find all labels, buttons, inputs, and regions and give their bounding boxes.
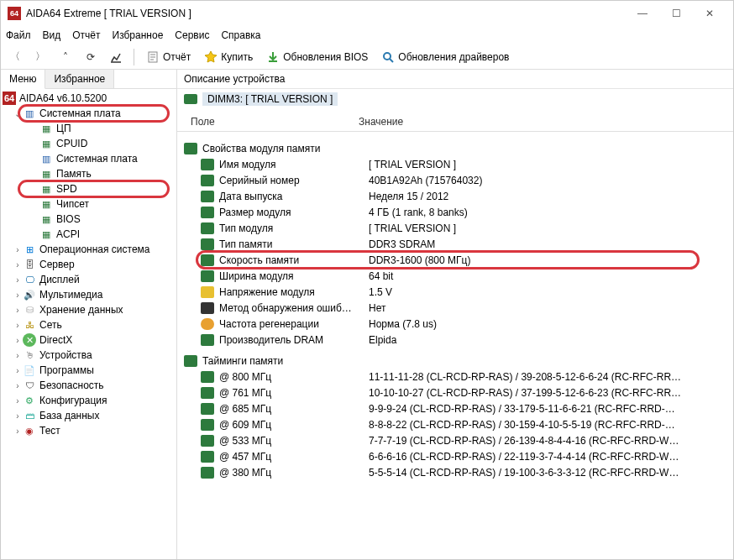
toolbar-report[interactable]: Отчёт bbox=[143, 49, 194, 65]
field-cell: Метод обнаружения ошиб… bbox=[219, 302, 369, 314]
expander-icon[interactable]: › bbox=[13, 245, 23, 254]
tree-item-база-данных[interactable]: ›🗃База данных bbox=[1, 408, 176, 423]
tree-root[interactable]: 64 AIDA64 v6.10.5200 bbox=[1, 91, 176, 106]
tree-item-directx[interactable]: ›✕DirectX bbox=[1, 332, 176, 348]
data-row[interactable]: @ 609 МГц8-8-8-22 (CL-RCD-RP-RAS) / 30-1… bbox=[184, 416, 733, 432]
data-row[interactable]: Дата выпускаНеделя 15 / 2012 bbox=[184, 188, 733, 204]
expander-icon[interactable]: › bbox=[13, 427, 23, 436]
tree-item-label: Чипсет bbox=[56, 198, 89, 210]
menu-favorites[interactable]: Избранное bbox=[113, 29, 164, 41]
refresh-button[interactable]: ⟳ bbox=[81, 48, 100, 66]
expander-icon[interactable]: › bbox=[13, 336, 23, 345]
data-row[interactable]: Скорость памятиDDR3-1600 (800 МГц) bbox=[184, 252, 733, 268]
expander-icon[interactable]: › bbox=[13, 260, 23, 270]
grid-body[interactable]: Свойства модуля памятиИмя модуля[ TRIAL … bbox=[177, 132, 733, 559]
tree-item-память[interactable]: ▦Память bbox=[1, 166, 176, 181]
tree-item-программы[interactable]: ›📄Программы bbox=[1, 363, 176, 378]
back-button[interactable]: 〈 bbox=[6, 48, 24, 66]
expander-icon[interactable]: › bbox=[13, 351, 23, 360]
data-row[interactable]: Серийный номер40B1A92Ah (715764032) bbox=[184, 172, 733, 188]
tree-item-spd[interactable]: ▦SPD bbox=[1, 181, 176, 196]
tree-item-безопасность[interactable]: ›🛡Безопасность bbox=[1, 378, 176, 393]
data-row[interactable]: Тип памятиDDR3 SDRAM bbox=[184, 236, 733, 252]
sw-icon: 📄 bbox=[23, 364, 36, 377]
data-row[interactable]: Напряжение модуля1.5 V bbox=[184, 284, 733, 300]
nav-tree[interactable]: 64 AIDA64 v6.10.5200 ⌄▥Системная плата▦Ц… bbox=[1, 89, 176, 559]
data-row[interactable]: Производитель DRAMElpida bbox=[184, 332, 733, 348]
minimize-button[interactable]: — bbox=[626, 3, 659, 24]
tree-item-системная-плата[interactable]: ⌄▥Системная плата bbox=[1, 106, 176, 121]
data-row[interactable]: Размер модуля4 ГБ (1 rank, 8 banks) bbox=[184, 204, 733, 220]
report-icon bbox=[146, 50, 160, 64]
data-row[interactable]: Метод обнаружения ошиб…Нет bbox=[184, 300, 733, 316]
data-row[interactable]: @ 380 МГц5-5-5-14 (CL-RCD-RP-RAS) / 19-1… bbox=[184, 464, 733, 480]
toolbar-driver-update[interactable]: Обновления драйверов bbox=[378, 49, 512, 65]
tree-item-cpuid[interactable]: ▦CPUID bbox=[1, 136, 176, 151]
maximize-button[interactable]: ☐ bbox=[659, 3, 693, 24]
expander-icon[interactable]: › bbox=[13, 381, 23, 390]
tree-item-чипсет[interactable]: ▦Чипсет bbox=[1, 196, 176, 212]
field-cell: @ 609 МГц bbox=[219, 419, 369, 431]
expander-icon[interactable]: ⌄ bbox=[13, 109, 23, 118]
field-cell: Тип модуля bbox=[219, 222, 369, 234]
tree-item-label: База данных bbox=[39, 410, 99, 421]
data-row[interactable]: Частота регенерацииНорма (7.8 us) bbox=[184, 316, 733, 332]
chip-icon: ▦ bbox=[39, 137, 53, 150]
toolbar-buy[interactable]: Купить bbox=[201, 49, 256, 65]
tree-item-acpi[interactable]: ▦ACPI bbox=[1, 227, 176, 242]
value-cell: [ TRIAL VERSION ] bbox=[369, 222, 733, 234]
tree-item-хранение-данных[interactable]: ›⛁Хранение данных bbox=[1, 302, 176, 317]
row-icon bbox=[201, 387, 214, 399]
expander-icon[interactable]: › bbox=[13, 290, 23, 300]
row-icon bbox=[201, 191, 214, 202]
column-field[interactable]: Поле bbox=[191, 116, 359, 128]
data-row[interactable]: @ 800 МГц11-11-11-28 (CL-RCD-RP-RAS) / 3… bbox=[184, 369, 733, 385]
menu-report[interactable]: Отчёт bbox=[72, 29, 100, 41]
row-icon bbox=[201, 238, 214, 250]
menu-tools[interactable]: Сервис bbox=[175, 29, 209, 41]
tab-favorites[interactable]: Избранное bbox=[45, 70, 114, 88]
value-cell: 9-9-9-24 (CL-RCD-RP-RAS) / 33-179-5-11-6… bbox=[369, 403, 733, 415]
tree-item-bios[interactable]: ▦BIOS bbox=[1, 212, 176, 227]
data-row[interactable]: @ 457 МГц6-6-6-16 (CL-RCD-RP-RAS) / 22-1… bbox=[184, 448, 733, 464]
data-row[interactable]: @ 685 МГц9-9-9-24 (CL-RCD-RP-RAS) / 33-1… bbox=[184, 400, 733, 416]
data-row[interactable]: Тип модуля[ TRIAL VERSION ] bbox=[184, 220, 733, 236]
main-panel: Описание устройства DIMM3: [ TRIAL VERSI… bbox=[177, 70, 733, 559]
data-row[interactable]: Ширина модуля64 bit bbox=[184, 268, 733, 284]
menu-help[interactable]: Справка bbox=[221, 29, 260, 41]
value-cell: 11-11-11-28 (CL-RCD-RP-RAS) / 39-208-5-1… bbox=[369, 371, 733, 383]
data-row[interactable]: Имя модуля[ TRIAL VERSION ] bbox=[184, 156, 733, 172]
tree-item-тест[interactable]: ›◉Тест bbox=[1, 423, 176, 438]
column-value[interactable]: Значение bbox=[359, 116, 726, 128]
data-row[interactable]: @ 533 МГц7-7-7-19 (CL-RCD-RP-RAS) / 26-1… bbox=[184, 432, 733, 448]
tree-item-сервер[interactable]: ›🗄Сервер bbox=[1, 257, 176, 272]
tree-item-системная-плата[interactable]: ▥Системная плата bbox=[1, 151, 176, 166]
tree-item-цп[interactable]: ▦ЦП bbox=[1, 121, 176, 136]
tree-item-устройства[interactable]: ›🖰Устройства bbox=[1, 348, 176, 363]
up-button[interactable]: ˄ bbox=[56, 48, 75, 66]
tree-item-операционная-система[interactable]: ›⊞Операционная система bbox=[1, 242, 176, 257]
data-row[interactable]: @ 761 МГц10-10-10-27 (CL-RCD-RP-RAS) / 3… bbox=[184, 385, 733, 400]
tree-item-label: SPD bbox=[56, 183, 77, 195]
chart-button[interactable] bbox=[107, 48, 125, 66]
expander-icon[interactable]: › bbox=[13, 411, 23, 421]
expander-icon[interactable]: › bbox=[13, 321, 23, 330]
tree-item-конфигурация[interactable]: ›⚙Конфигурация bbox=[1, 393, 176, 408]
expander-icon[interactable]: › bbox=[13, 306, 23, 315]
tree-item-дисплей[interactable]: ›🖵Дисплей bbox=[1, 272, 176, 287]
os-icon: ⊞ bbox=[23, 243, 36, 256]
menu-file[interactable]: Файл bbox=[6, 29, 31, 41]
toolbar-bios-update[interactable]: Обновления BIOS bbox=[263, 49, 371, 65]
expander-icon[interactable]: › bbox=[13, 366, 23, 375]
tree-item-сеть[interactable]: ›🖧Сеть bbox=[1, 317, 176, 332]
mb-icon: ▥ bbox=[39, 152, 53, 165]
menu-view[interactable]: Вид bbox=[43, 29, 61, 41]
expander-icon[interactable]: › bbox=[13, 396, 23, 406]
close-button[interactable]: ✕ bbox=[693, 3, 726, 24]
forward-button[interactable]: 〉 bbox=[31, 48, 50, 66]
row-icon bbox=[201, 318, 214, 330]
tree-item-мультимедиа[interactable]: ›🔊Мультимедиа bbox=[1, 287, 176, 302]
expander-icon[interactable]: › bbox=[13, 275, 23, 285]
hdd-icon: ⛁ bbox=[23, 303, 36, 317]
tab-menu[interactable]: Меню bbox=[1, 70, 45, 89]
